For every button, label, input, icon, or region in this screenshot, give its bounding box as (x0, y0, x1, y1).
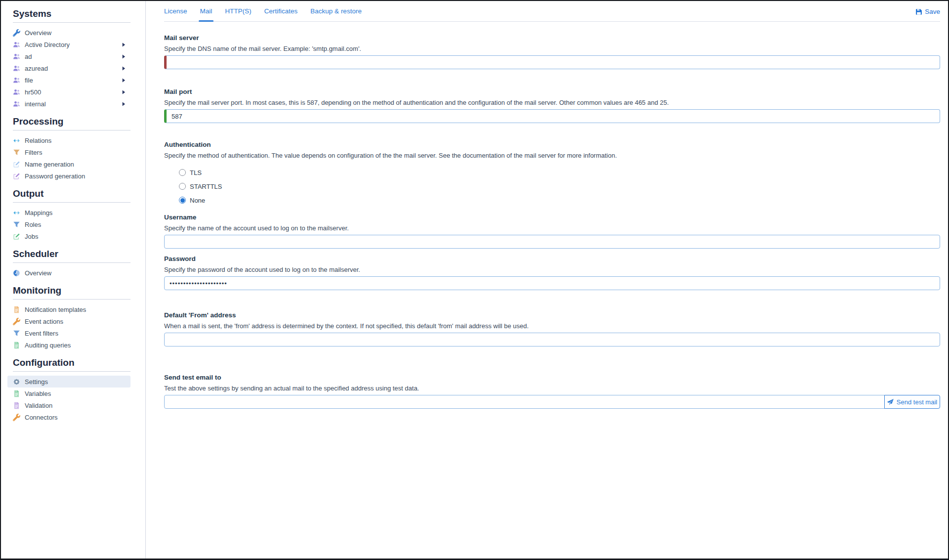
radio-row-starttls[interactable]: STARTTLS (179, 179, 940, 193)
section-divider (13, 130, 130, 130)
caret-right-icon (122, 43, 126, 47)
tab-license[interactable]: License (164, 7, 187, 21)
sidebar-item-password-generation[interactable]: Password generation (7, 170, 130, 182)
sidebar-item-event-filters[interactable]: Event filters (7, 327, 130, 339)
gear-icon (13, 378, 20, 386)
field-group-username: Username Specify the name of the account… (164, 213, 940, 249)
sidebar-item-mappings[interactable]: Mappings (7, 207, 130, 218)
sidebar-item-roles[interactable]: Roles (7, 218, 130, 230)
wrench-icon (13, 318, 20, 325)
sidebar-item-label: Validation (25, 402, 52, 409)
sidebar-section-title-configuration: Configuration (13, 357, 133, 368)
clock-icon (13, 269, 20, 277)
sidebar-item-validation[interactable]: Validation (7, 399, 130, 411)
mail-port-input[interactable] (164, 109, 940, 123)
radio-row-none[interactable]: None (179, 193, 940, 207)
sidebar-item-label: Jobs (25, 233, 38, 240)
send-test-mail-button[interactable]: Send test mail (884, 395, 940, 409)
tab-https[interactable]: HTTP(S) (225, 7, 251, 21)
document-icon (13, 342, 20, 349)
edit-document-icon (13, 172, 20, 180)
radio-label-starttls: STARTTLS (190, 183, 222, 190)
username-input[interactable] (164, 235, 940, 249)
sidebar-item-label: Overview (25, 269, 51, 277)
sidebar-item-internal[interactable]: internal (7, 98, 130, 110)
sidebar-item-active-directory[interactable]: Active Directory (7, 39, 130, 50)
sidebar-item-event-actions[interactable]: Event actions (7, 315, 130, 327)
radio-label-none: None (190, 197, 205, 204)
sidebar-item-ad[interactable]: ad (7, 50, 130, 62)
edit-document-icon (13, 233, 20, 240)
sidebar-item-azuread[interactable]: azuread (7, 62, 130, 74)
mail-server-input[interactable] (164, 55, 940, 69)
starttls-radio[interactable] (179, 183, 186, 190)
sidebar-section-title-monitoring: Monitoring (13, 285, 133, 296)
mail-port-label: Mail port (164, 87, 940, 96)
caret-right-icon (122, 90, 126, 94)
sidebar-item-label: Notification templates (25, 306, 86, 313)
send-test-label: Send test email to (164, 373, 940, 382)
sidebar-item-scheduler-overview[interactable]: Overview (7, 267, 130, 279)
sidebar-section-title-processing: Processing (13, 116, 133, 127)
save-button-label: Save (925, 8, 940, 15)
floppy-disk-icon (915, 8, 922, 15)
password-description: Specify the password of the account used… (164, 265, 940, 274)
users-icon (13, 65, 20, 72)
sidebar-item-name-generation[interactable]: Name generation (7, 158, 130, 170)
field-group-authentication: Authentication Specify the method of aut… (164, 140, 940, 207)
sidebar-item-relations[interactable]: Relations (7, 134, 130, 146)
sidebar-item-label: Event filters (25, 330, 58, 337)
sidebar-item-label: ad (25, 53, 32, 60)
arrows-left-right-icon (13, 137, 20, 144)
default-from-description: When a mail is sent, the 'from' address … (164, 322, 940, 330)
document-icon (13, 390, 20, 397)
funnel-icon (13, 221, 20, 228)
send-test-email-input[interactable] (164, 395, 885, 409)
sidebar-item-notification-templates[interactable]: Notification templates (7, 303, 130, 315)
none-radio[interactable] (179, 197, 186, 204)
sidebar-item-connectors[interactable]: Connectors (7, 411, 130, 423)
sidebar-item-settings[interactable]: Settings (7, 376, 130, 388)
mail-port-description: Specify the mail server port. In most ca… (164, 98, 940, 107)
sidebar-item-file[interactable]: file (7, 74, 130, 86)
wrench-icon (13, 414, 20, 421)
users-icon (13, 53, 20, 60)
radio-label-tls: TLS (190, 169, 202, 176)
mail-server-label: Mail server (164, 34, 940, 43)
default-from-input[interactable] (164, 333, 940, 346)
send-test-description: Test the above settings by sending an ac… (164, 384, 940, 392)
sidebar-item-label: Password generation (25, 172, 85, 180)
sidebar-item-hr500[interactable]: hr500 (7, 86, 130, 98)
users-icon (13, 100, 20, 108)
sidebar-item-auditing-queries[interactable]: Auditing queries (7, 339, 130, 351)
authentication-label: Authentication (164, 140, 940, 149)
sidebar-item-variables[interactable]: Variables (7, 388, 130, 399)
sidebar-item-label: Variables (25, 390, 51, 397)
sidebar-item-filters[interactable]: Filters (7, 146, 130, 158)
users-icon (13, 41, 20, 48)
document-icon (13, 402, 20, 409)
radio-row-tls[interactable]: TLS (179, 166, 940, 179)
sidebar-section-title-output: Output (13, 188, 133, 199)
sidebar-item-jobs[interactable]: Jobs (7, 230, 130, 242)
arrows-left-right-icon (13, 209, 20, 216)
tab-bar: License Mail HTTP(S) Certificates Backup… (164, 1, 940, 22)
sidebar-item-label: hr500 (25, 88, 41, 96)
caret-right-icon (122, 78, 126, 83)
save-button[interactable]: Save (915, 7, 940, 15)
password-input[interactable] (164, 276, 940, 290)
tls-radio[interactable] (179, 169, 186, 176)
field-group-mail-port: Mail port Specify the mail server port. … (164, 87, 940, 123)
users-icon (13, 77, 20, 84)
sidebar-item-label: Event actions (25, 318, 63, 325)
edit-document-icon (13, 161, 20, 168)
sidebar-section-title-scheduler: Scheduler (13, 248, 133, 259)
sidebar-item-label: Overview (25, 29, 51, 37)
sidebar-item-label: Active Directory (25, 41, 70, 48)
tab-mail[interactable]: Mail (200, 7, 213, 21)
tab-backup-restore[interactable]: Backup & restore (310, 7, 362, 21)
send-test-input-group: Send test mail (164, 395, 940, 409)
sidebar-item-label: file (25, 77, 33, 84)
tab-certificates[interactable]: Certificates (264, 7, 298, 21)
sidebar-item-overview[interactable]: Overview (7, 27, 130, 39)
